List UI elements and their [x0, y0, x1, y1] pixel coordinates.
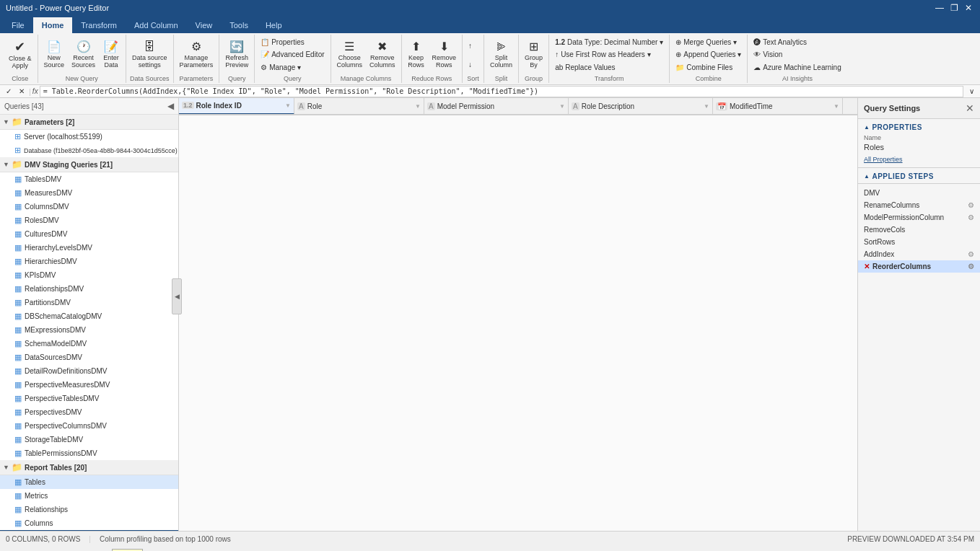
manage-parameters-button[interactable]: ⚙ ManageParameters — [177, 36, 216, 74]
split-column-button[interactable]: ⫸ SplitColumn — [487, 36, 515, 74]
group-header-report[interactable]: ▼ 📁 Report Tables [20] — [0, 460, 178, 475]
close-apply-button[interactable]: ✔ Close &Apply — [6, 36, 35, 74]
choose-columns-button[interactable]: ☰ ChooseColumns — [334, 36, 366, 74]
all-properties-link[interactable]: All Properties — [864, 156, 903, 163]
settings-close-button[interactable]: ✕ — [966, 102, 974, 114]
recent-sources-button[interactable]: 🕐 RecentSources — [69, 36, 98, 74]
list-item[interactable]: ▦Relationships — [0, 503, 178, 516]
tab-tools[interactable]: Tools — [221, 17, 257, 33]
list-item[interactable]: ▦HierarchyLevelsDMV — [0, 241, 178, 255]
queries-collapse-btn[interactable]: ◀ — [167, 101, 174, 111]
col-header-role-index-id[interactable]: 1.2 Role Index ID ▼ — [179, 98, 294, 115]
query-buttons: 🔄 RefreshPreview — [222, 36, 251, 74]
panel-collapse-arrow[interactable]: ◀ — [172, 278, 182, 314]
col-header-modified-time[interactable]: 📅 ModifiedTime ▼ — [713, 98, 843, 115]
list-item[interactable]: ▦DetailRowDefinitionsDMV — [0, 364, 178, 378]
combine-files-button[interactable]: 📁 Combine Files — [673, 61, 744, 74]
step-item-rename-columns[interactable]: RenameColumns ⚙ — [858, 199, 980, 211]
tab-help[interactable]: Help — [257, 17, 291, 33]
list-item[interactable]: ▦MExpressionsDMV — [0, 323, 178, 337]
merge-queries-button[interactable]: ⊕ Merge Queries ▾ — [673, 36, 744, 48]
list-item[interactable]: ▦DBSchemaCatalogDMV — [0, 309, 178, 323]
list-item[interactable]: ▦PartitionsDMV — [0, 296, 178, 309]
advanced-editor-button[interactable]: 📝 Advanced Editor — [258, 48, 327, 61]
list-item[interactable]: ▦RelationshipsDMV — [0, 282, 178, 296]
text-analytics-button[interactable]: 🅐 Text Analytics — [751, 36, 844, 48]
formula-input[interactable] — [40, 86, 963, 97]
new-source-button[interactable]: 📄 NewSource — [41, 36, 68, 74]
step-item-sort-rows[interactable]: SortRows — [858, 236, 980, 248]
list-item[interactable]: ▦PerspectiveColumnsDMV — [0, 419, 178, 433]
properties-button[interactable]: 📋 Properties — [258, 36, 327, 48]
col-header-label: Model Permission — [437, 102, 494, 110]
step-item-remove-cols[interactable]: RemoveCols — [858, 224, 980, 236]
list-item[interactable]: ▦PerspectivesDMV — [0, 405, 178, 419]
tab-transform[interactable]: Transform — [72, 17, 126, 33]
list-item[interactable]: ⊞ Database (f1be82bf-05ea-4b8b-9844-3004… — [0, 144, 178, 157]
list-item[interactable]: ▦SchemaModelDMV — [0, 337, 178, 351]
queries-list[interactable]: ▼ 📁 Parameters [2] ⊞ Server (localhost:5… — [0, 115, 178, 531]
formula-expand-btn[interactable]: ∨ — [966, 86, 977, 97]
data-source-settings-button[interactable]: 🗄 Data sourcesettings — [129, 36, 170, 74]
refresh-preview-button[interactable]: 🔄 RefreshPreview — [222, 36, 251, 74]
formula-check-btn[interactable]: ✓ — [3, 86, 14, 97]
col-header-model-permission[interactable]: A Model Permission ▼ — [424, 98, 569, 115]
list-item[interactable]: ▦DataSourcesDMV — [0, 351, 178, 364]
tab-view[interactable]: View — [187, 17, 222, 33]
azure-ml-button[interactable]: ☁ Azure Machine Learning — [751, 61, 844, 74]
list-item[interactable]: ▦Metrics — [0, 489, 178, 503]
step-gear-icon[interactable]: ⚙ — [968, 213, 974, 221]
parameters-buttons: ⚙ ManageParameters — [177, 36, 216, 74]
list-item[interactable]: ▦MeasuresDMV — [0, 186, 178, 200]
step-item-dmv[interactable]: DMV — [858, 187, 980, 199]
step-item-reorder-columns[interactable]: ✕ ReorderColumns ⚙ — [858, 260, 980, 273]
list-item[interactable]: ▦Tables — [0, 475, 178, 489]
minimize-button[interactable]: — — [934, 2, 945, 14]
close-button[interactable]: ✕ — [963, 2, 974, 14]
list-item[interactable]: ▦CulturesDMV — [0, 227, 178, 241]
list-item[interactable]: ▦KPIsDMV — [0, 268, 178, 282]
tab-home[interactable]: Home — [33, 17, 73, 33]
col-header-role-description[interactable]: A Role Description ▼ — [569, 98, 713, 115]
vision-button[interactable]: 👁 Vision — [751, 48, 844, 61]
col-header-role[interactable]: A Role ▼ — [294, 98, 424, 115]
keep-rows-button[interactable]: ⬆ KeepRows — [405, 36, 428, 74]
list-item[interactable]: ▦TablePermissionsDMV — [0, 446, 178, 460]
sort-desc-button[interactable]: ↓ — [465, 58, 475, 71]
append-queries-button[interactable]: ⊕ Append Queries ▾ — [673, 48, 744, 61]
main-layout: Queries [43] ◀ ▼ 📁 Parameters [2] ⊞ Serv… — [0, 98, 980, 531]
maximize-button[interactable]: ❐ — [948, 2, 960, 14]
formula-x-btn[interactable]: ✕ — [16, 86, 27, 97]
list-item[interactable]: ▦HierarchiesDMV — [0, 255, 178, 268]
replace-values-button[interactable]: ab Replace Values — [552, 61, 666, 74]
data-type-button[interactable]: 1.2 Data Type: Decimal Number ▾ — [552, 36, 666, 48]
list-item[interactable]: ▦ColumnsDMV — [0, 200, 178, 213]
step-item-model-permission-column[interactable]: ModelPermissionColumn ⚙ — [858, 211, 980, 224]
list-item[interactable]: ▦PerspectiveTablesDMV — [0, 392, 178, 405]
list-item[interactable]: ▦RolesDMV — [0, 213, 178, 227]
step-gear-icon[interactable]: ⚙ — [968, 250, 974, 258]
list-item[interactable]: ▦Columns — [0, 516, 178, 530]
sort-asc-button[interactable]: ↑ — [465, 39, 475, 52]
step-settings-icon[interactable]: ⚙ — [968, 263, 974, 270]
group-header-parameters[interactable]: ▼ 📁 Parameters [2] — [0, 115, 178, 130]
group-by-button[interactable]: ⊞ GroupBy — [522, 36, 546, 74]
col-sort-icon: ▼ — [559, 103, 565, 110]
tab-file[interactable]: File — [3, 17, 33, 33]
list-item-roles-selected[interactable]: ▦Roles — [0, 530, 178, 531]
manage-button[interactable]: ⚙ Manage ▾ — [258, 61, 327, 74]
transform-buttons: 1.2 Data Type: Decimal Number ▾ ↑ Use Fi… — [552, 36, 666, 74]
step-gear-icon[interactable]: ⚙ — [968, 201, 974, 209]
list-item[interactable]: ▦PerspectiveMeasuresDMV — [0, 378, 178, 392]
step-item-add-index[interactable]: AddIndex ⚙ — [858, 248, 980, 260]
list-item[interactable]: ▦TablesDMV — [0, 172, 178, 186]
use-first-row-button[interactable]: ↑ Use First Row as Headers ▾ — [552, 48, 666, 61]
groupby-label: Group — [522, 74, 546, 82]
list-item[interactable]: ⊞ Server (localhost:55199) — [0, 130, 178, 144]
enter-data-button[interactable]: 📝 EnterData — [100, 36, 123, 74]
list-item[interactable]: ▦StorageTableDMV — [0, 433, 178, 446]
remove-columns-button[interactable]: ✖ RemoveColumns — [367, 36, 398, 74]
tab-add-column[interactable]: Add Column — [126, 17, 187, 33]
remove-rows-button[interactable]: ⬇ RemoveRows — [429, 36, 460, 74]
group-header-dmv[interactable]: ▼ 📁 DMV Staging Queries [21] — [0, 157, 178, 172]
